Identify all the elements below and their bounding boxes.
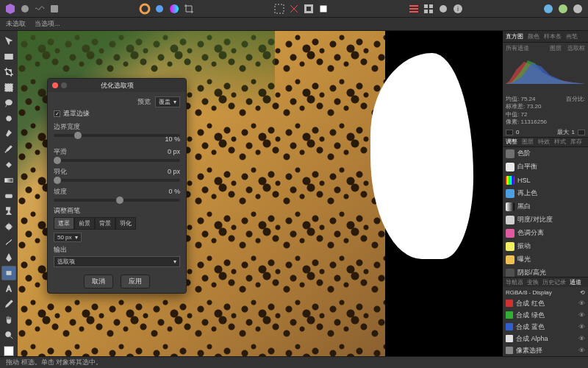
move-tool[interactable] (1, 34, 16, 49)
opt-tab-selected[interactable]: 当选项... (35, 19, 60, 29)
eye-icon[interactable]: 👁 (578, 347, 585, 354)
info-icon[interactable]: i (452, 3, 464, 15)
adj-brightness[interactable]: 明度/对比度 (503, 213, 588, 227)
persona-photo-icon[interactable] (19, 3, 31, 15)
close-icon[interactable] (52, 82, 58, 88)
preview-label: 预览 (137, 97, 151, 107)
gradient-tool[interactable] (1, 173, 16, 188)
zoom-tool[interactable] (1, 328, 16, 342)
adj-bw[interactable]: 黑白 (503, 200, 588, 213)
brush-tool[interactable] (1, 142, 16, 157)
swatches-icon[interactable] (154, 3, 165, 15)
channel-green[interactable]: 合成 绿色👁 (503, 309, 588, 321)
text-tool[interactable]: A (1, 281, 16, 296)
eyedropper-tool[interactable] (1, 297, 16, 311)
adj-levels[interactable]: 色阶 (503, 147, 588, 160)
cancel-button[interactable]: 取消 (84, 275, 113, 289)
eye-icon[interactable]: 👁 (578, 311, 585, 319)
dodge-tool[interactable] (1, 219, 16, 234)
opt-tab-unselected[interactable]: 未选取 (6, 19, 26, 29)
tab-color[interactable]: 颜色 (528, 32, 539, 40)
tab-layers[interactable]: 图层 (522, 138, 534, 146)
channel-alpha[interactable]: 合成 Alpha👁 (503, 333, 588, 344)
flood-select-tool[interactable] (1, 127, 16, 141)
svg-rect-22 (5, 54, 13, 60)
adj-recolor[interactable]: 再上色 (503, 187, 588, 200)
adjust-icon[interactable] (168, 3, 180, 15)
subtab-all[interactable]: 所有通道 (506, 44, 529, 52)
apply-button[interactable]: 应用 (121, 275, 150, 289)
feather-slider[interactable] (54, 179, 180, 182)
settings-icon[interactable] (572, 3, 584, 15)
eye-icon[interactable]: 👁 (578, 300, 585, 307)
pen-tool[interactable] (1, 250, 16, 265)
adj-whitebalance[interactable]: 白平衡 (503, 160, 588, 174)
view-list-icon[interactable] (408, 3, 420, 15)
min-icon[interactable] (61, 82, 67, 88)
tab-history[interactable]: 历史记录 (542, 278, 566, 286)
dialog-titlebar[interactable]: 优化选取项 (48, 79, 186, 92)
marquee-tool[interactable] (1, 80, 16, 95)
crop-tool[interactable] (1, 65, 16, 79)
smooth-slider[interactable] (54, 159, 180, 162)
tab-histogram[interactable]: 直方图 (506, 32, 523, 40)
matte-edges-checkbox[interactable]: ✓遮罩边缘 (54, 109, 180, 118)
tab-channels[interactable]: 通道 (570, 278, 581, 286)
eye-icon[interactable]: 👁 (578, 335, 585, 342)
toggle-icon[interactable] (437, 3, 449, 15)
quickmask-icon[interactable] (318, 3, 329, 15)
account-icon[interactable] (542, 3, 554, 15)
adj-vibrance[interactable]: 振动 (503, 240, 588, 253)
persona-develop-icon[interactable] (49, 3, 60, 15)
subtab-range[interactable]: 图层 (550, 44, 562, 52)
channel-selection[interactable]: 像素选择👁 (503, 344, 588, 356)
reset-icon[interactable]: ⟲ (580, 289, 585, 296)
tab-stock[interactable]: 库存 (570, 138, 582, 146)
eraser-tool[interactable] (1, 188, 16, 203)
color-wheel-icon[interactable] (139, 3, 151, 15)
color-swatch-fg[interactable] (4, 346, 14, 356)
deselect-icon[interactable] (288, 3, 300, 15)
subtab-mask[interactable]: 选取框 (567, 44, 585, 52)
rectangle-tool[interactable] (1, 266, 16, 280)
invert-sel-icon[interactable] (303, 3, 315, 15)
ramp-slider[interactable] (54, 199, 180, 202)
adj-hsl[interactable]: HSL (503, 174, 588, 187)
lasso-tool[interactable] (1, 96, 16, 110)
clone-tool[interactable] (1, 204, 16, 219)
max-swatch (578, 130, 585, 135)
adj-exposure[interactable]: 曝光 (503, 253, 588, 266)
tab-adjust[interactable]: 调整 (506, 138, 517, 146)
adj-posterize[interactable]: 色调分离 (503, 227, 588, 240)
tab-navigator[interactable]: 导航器 (506, 278, 523, 286)
app-logo-icon (4, 3, 16, 15)
seg-feather[interactable]: 羽化 (115, 217, 136, 230)
border-slider[interactable] (54, 134, 180, 137)
channel-blue[interactable]: 合成 蓝色👁 (503, 321, 588, 333)
status-bar: 拖动 框选。单击 对象将其选中。 (0, 356, 588, 368)
tab-styles[interactable]: 样式 (554, 138, 566, 146)
persona-liquify-icon[interactable] (34, 3, 46, 15)
channel-red[interactable]: 合成 红色👁 (503, 297, 588, 309)
help-icon[interactable] (557, 3, 569, 15)
selection-brush-tool[interactable] (1, 111, 16, 126)
hand-tool[interactable] (1, 312, 16, 327)
brush-size-select[interactable]: 50 px▾ (54, 233, 82, 242)
preview-select[interactable]: 覆盖▾ (155, 96, 180, 107)
tab-brushes[interactable]: 画笔 (566, 32, 578, 40)
view-tool[interactable] (1, 49, 16, 64)
tab-swatches[interactable]: 样本条 (544, 32, 562, 40)
seg-matte[interactable]: 遮罩 (54, 217, 74, 230)
eye-icon[interactable]: 👁 (578, 323, 585, 330)
adj-shadows[interactable]: 阴影/高光 (503, 266, 588, 277)
output-select[interactable]: 选取项▾ (54, 256, 180, 267)
tab-fx[interactable]: 特效 (538, 138, 550, 146)
seg-bg[interactable]: 背景 (95, 217, 115, 230)
select-all-icon[interactable] (273, 3, 285, 15)
view-grid-icon[interactable] (423, 3, 434, 15)
tab-transform[interactable]: 变换 (527, 278, 539, 286)
seg-fg[interactable]: 前景 (74, 217, 95, 230)
crop-tool-icon[interactable] (183, 3, 195, 15)
smudge-tool[interactable] (1, 235, 16, 250)
fill-tool[interactable] (1, 158, 16, 172)
